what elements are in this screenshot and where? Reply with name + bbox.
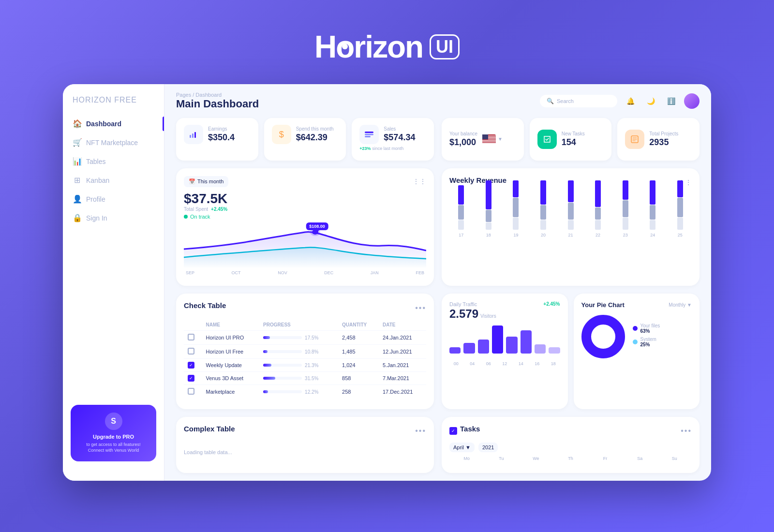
row-quantity: 2,458 <box>338 331 379 345</box>
new-tasks-info: New Tasks 154 <box>562 131 585 148</box>
col-check <box>184 319 202 331</box>
total-projects-label: Total Projects <box>649 131 678 136</box>
balance-info: Your balance $1,000 <box>449 131 477 148</box>
check-table: NAME PROGRESS QUANTITY DATE Horizon UI P… <box>184 319 426 399</box>
sales-card: Sales $574.34 +23% since last month <box>352 118 434 161</box>
notification-icon[interactable]: 🔔 <box>623 94 638 108</box>
table-row: Horizon UI PRO 17.5% 2,458 24.Jan.2021 <box>184 331 426 345</box>
bar-medium <box>568 203 574 220</box>
balance-card: Your balance $1,000 <box>442 118 524 161</box>
traffic-bars <box>449 323 560 361</box>
bar-group-22: 22 <box>586 180 610 237</box>
cart-icon: 🛒 <box>73 138 81 147</box>
row-progress: 12.2% <box>259 385 338 399</box>
traffic-bar <box>463 343 475 354</box>
bar-dark <box>458 185 464 205</box>
spend-total-value: $37.5K <box>184 191 426 207</box>
lock-icon: 🔒 <box>73 213 81 222</box>
sidebar-item-signin[interactable]: 🔒 Sign In <box>63 208 164 227</box>
bar-dark <box>486 180 491 209</box>
bar-medium <box>595 207 601 220</box>
sidebar-item-profile[interactable]: 👤 Profile <box>63 190 164 208</box>
info-icon[interactable]: ℹ️ <box>664 94 678 108</box>
row-checkbox[interactable]: ✓ <box>188 375 194 382</box>
search-box[interactable]: 🔍 Search <box>540 95 617 107</box>
pie-period-dropdown[interactable]: Monthly ▼ <box>669 302 692 308</box>
row-date: 17.Dec.2021 <box>379 385 426 399</box>
bar-light <box>595 220 601 230</box>
spend-icon: $ <box>272 125 291 144</box>
row-date: 12.Jun.2021 <box>379 345 426 359</box>
bar-stack <box>449 185 473 230</box>
bar-dark <box>623 180 628 200</box>
sidebar-item-nft[interactable]: 🛒 NFT Marketplace <box>63 133 164 152</box>
table-icon: 📊 <box>73 157 81 166</box>
bar-light <box>513 218 519 230</box>
spend-info: Spend this month $642.39 <box>296 126 334 143</box>
table-row: ✓ Weekly Update 21.3% 1,024 5.Jan.2021 <box>184 359 426 372</box>
tasks-title-area: ✓ Tasks <box>449 425 480 438</box>
svg-rect-13 <box>482 134 488 139</box>
header-left: Pages / Dashboard Main Dashboard <box>176 92 259 110</box>
legend-your-files: Your files 63% <box>633 323 660 334</box>
pie-header: Your Pie Chart Monthly ▼ <box>581 301 692 309</box>
bar-label: 23 <box>623 233 628 237</box>
sidebar-item-dashboard[interactable]: 🏠 Dashboard <box>63 114 164 133</box>
flag-dropdown[interactable]: ▼ <box>498 136 503 142</box>
usa-flag <box>482 134 496 144</box>
row-progress: 21.3% <box>259 359 338 372</box>
earnings-icon <box>184 125 203 144</box>
bar-medium <box>623 200 628 217</box>
sidebar-label-signin: Sign In <box>86 214 107 222</box>
total-projects-card: Total Projects 2935 <box>617 118 700 161</box>
projects-icon <box>625 130 644 149</box>
content-grid: Earnings $350.4 $ Spend this month $642.… <box>164 114 711 481</box>
tasks-more[interactable]: ••• <box>681 427 692 435</box>
sidebar-nav: 🏠 Dashboard 🛒 NFT Marketplace 📊 Tables ⊞… <box>63 114 164 397</box>
sales-value: $574.34 <box>384 133 415 143</box>
spend-card: $ Spend this month $642.39 <box>264 118 346 161</box>
year-dropdown[interactable]: 2021 <box>478 443 498 452</box>
bar-medium <box>458 205 464 220</box>
earnings-value: $350.4 <box>208 133 235 143</box>
traffic-bar <box>478 340 489 354</box>
bar-medium <box>513 198 519 217</box>
spend-total: $37.5K Total Spent +2.45% On track <box>184 191 426 221</box>
upgrade-icon: S <box>105 413 122 430</box>
avatar[interactable] <box>684 93 700 109</box>
chart-menu-icon[interactable]: ⋮⋮ <box>413 177 426 185</box>
traffic-value: 2.579 <box>449 307 478 321</box>
col-name: NAME <box>202 319 260 331</box>
bar-group-23: 23 <box>613 180 637 237</box>
traffic-bar <box>549 347 560 354</box>
complex-table-more[interactable]: ••• <box>415 427 426 435</box>
sidebar-item-kanban[interactable]: ⊞ Kanban <box>63 171 164 190</box>
row-checkbox[interactable] <box>188 334 194 340</box>
sidebar: HORIZON FREE 🏠 Dashboard 🛒 NFT Marketpla… <box>63 84 164 481</box>
traffic-bar <box>521 330 532 354</box>
sales-change: +23% since last month <box>359 146 426 151</box>
complex-table-header: Complex Table ••• <box>184 425 426 438</box>
check-table-more[interactable]: ••• <box>415 304 426 312</box>
balance-label: Your balance <box>449 131 477 136</box>
row-checkbox[interactable] <box>188 388 194 395</box>
month-dropdown[interactable]: April ▼ <box>449 443 475 452</box>
complex-table-empty: Loading table data... <box>184 443 426 462</box>
row-checkbox[interactable] <box>188 348 194 355</box>
tasks-checkbox[interactable]: ✓ <box>449 427 457 435</box>
bar-group-18: 18 <box>477 180 501 237</box>
svg-rect-3 <box>365 132 373 133</box>
bar-label: 24 <box>650 233 655 237</box>
pie-legend: Your files 63% System 25% <box>633 323 660 350</box>
svg-rect-4 <box>365 134 373 135</box>
sales-label: Sales <box>384 126 415 132</box>
bar-dark <box>650 180 655 205</box>
tasks-icon <box>537 130 557 149</box>
weekly-revenue-card: Weekly Revenue ⋮⋮ 17 <box>442 168 700 286</box>
row-checkbox[interactable]: ✓ <box>188 362 194 369</box>
bar-dark <box>677 180 683 197</box>
this-month-button[interactable]: 📅 This month <box>184 176 228 187</box>
row-name: Weekly Update <box>202 359 260 372</box>
sidebar-item-tables[interactable]: 📊 Tables <box>63 152 164 171</box>
moon-icon[interactable]: 🌙 <box>643 94 658 108</box>
